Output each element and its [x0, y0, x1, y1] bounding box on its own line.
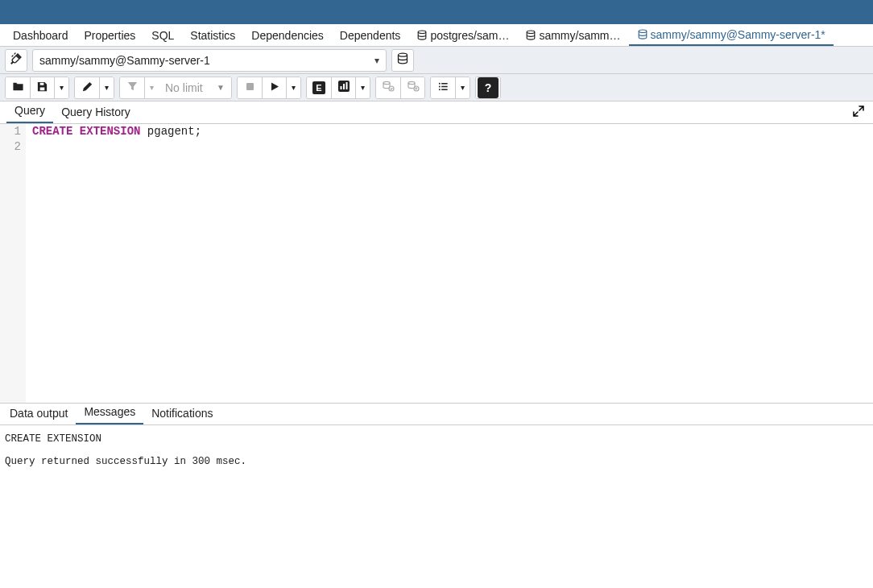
tab-label: Dependencies	[251, 29, 324, 42]
tab-dependencies[interactable]: Dependencies	[243, 26, 332, 45]
edit-button[interactable]	[75, 77, 99, 98]
limit-label: No limit	[165, 81, 203, 94]
main-nav: Dashboard Properties SQL Statistics Depe…	[0, 24, 873, 47]
plug-icon	[10, 52, 23, 68]
open-file-button[interactable]	[6, 77, 30, 98]
tab-query-tool-2[interactable]: sammy/samm…	[517, 26, 628, 45]
chevron-down-icon: ▾	[150, 83, 154, 92]
sql-editor[interactable]: 1 2 CREATE EXTENSION pgagent;	[0, 124, 873, 403]
tab-query-tool-1[interactable]: postgres/sam…	[408, 26, 517, 45]
svg-point-15	[438, 89, 440, 90]
analyze-icon	[337, 80, 350, 95]
macros-button[interactable]	[431, 77, 455, 98]
database-icon	[525, 30, 536, 41]
svg-rect-6	[340, 86, 341, 89]
svg-point-9	[383, 81, 390, 84]
tab-label: SQL	[151, 29, 174, 42]
new-connection-button[interactable]	[391, 49, 414, 72]
stop-button[interactable]	[238, 77, 262, 98]
tab-data-output[interactable]: Data output	[2, 404, 76, 424]
expand-button[interactable]	[852, 105, 865, 120]
tab-statistics[interactable]: Statistics	[182, 26, 243, 45]
commit-button[interactable]	[376, 77, 400, 98]
commit-icon	[382, 80, 395, 95]
database-icon	[637, 29, 648, 40]
tab-label: postgres/sam…	[430, 29, 509, 42]
tab-properties[interactable]: Properties	[77, 26, 144, 45]
limit-select[interactable]: No limit▼	[159, 77, 231, 98]
help-button[interactable]: ?	[476, 77, 500, 98]
svg-point-11	[408, 81, 415, 84]
expand-icon	[852, 107, 865, 120]
svg-point-1	[528, 31, 536, 34]
tab-label: Dependents	[340, 29, 401, 42]
chevron-down-icon: ▾	[105, 83, 109, 92]
svg-point-2	[639, 30, 647, 33]
svg-rect-16	[441, 83, 448, 85]
tab-query[interactable]: Query	[6, 101, 53, 123]
tab-query-tool-3[interactable]: sammy/sammy@Sammy-server-1*	[629, 25, 834, 46]
chevron-down-icon: ▼	[217, 83, 225, 92]
messages-panel: CREATE EXTENSION Query returned successf…	[0, 425, 873, 475]
save-file-button[interactable]	[30, 77, 54, 98]
title-bar	[0, 0, 873, 24]
edit-dropdown[interactable]: ▾	[99, 77, 114, 98]
connection-select[interactable]: sammy/sammy@Sammy-server-1 ▾	[32, 49, 387, 72]
save-file-dropdown[interactable]: ▾	[54, 77, 68, 98]
execute-button[interactable]	[262, 77, 286, 98]
help-icon: ?	[478, 77, 499, 98]
tab-label: Notifications	[151, 407, 213, 420]
tab-label: Dashboard	[13, 29, 68, 42]
line-number: 2	[0, 139, 21, 155]
chevron-down-icon: ▾	[461, 83, 465, 92]
line-number: 1	[0, 124, 21, 139]
database-icon	[416, 30, 428, 41]
svg-rect-18	[441, 89, 448, 90]
svg-rect-17	[441, 85, 448, 87]
tab-label: sammy/samm…	[539, 29, 620, 42]
svg-rect-8	[345, 82, 347, 89]
code-area[interactable]: CREATE EXTENSION pgagent;	[26, 124, 873, 403]
connection-label: sammy/sammy@Sammy-server-1	[39, 54, 210, 67]
stop-icon	[245, 81, 255, 94]
tab-messages[interactable]: Messages	[76, 402, 143, 424]
execute-dropdown[interactable]: ▾	[286, 77, 300, 98]
save-icon	[36, 81, 48, 95]
tab-query-history[interactable]: Query History	[53, 102, 139, 123]
explain-button[interactable]: E	[307, 77, 331, 98]
toolbar: ▾ ▾ ▾ No limit▼ ▾ E ▾ ▾ ?	[0, 74, 873, 101]
tab-dependents[interactable]: Dependents	[332, 26, 409, 45]
rollback-button[interactable]	[400, 77, 424, 98]
filter-button[interactable]	[120, 77, 144, 98]
sql-keyword: CREATE	[32, 125, 72, 138]
tab-label: Query	[14, 104, 45, 117]
filter-dropdown[interactable]: ▾	[144, 77, 159, 98]
explain-analyze-button[interactable]	[331, 77, 355, 98]
tab-dashboard[interactable]: Dashboard	[5, 26, 77, 45]
database-server-icon	[396, 52, 409, 68]
svg-rect-4	[246, 83, 254, 90]
editor-tabs: Query Query History	[0, 101, 873, 124]
filter-icon	[126, 81, 139, 95]
chevron-down-icon: ▾	[361, 83, 365, 92]
connection-row: sammy/sammy@Sammy-server-1 ▾	[0, 47, 873, 74]
svg-rect-7	[343, 84, 345, 89]
rollback-icon	[407, 80, 420, 95]
macros-dropdown[interactable]: ▾	[455, 77, 470, 98]
tab-label: sammy/sammy@Sammy-server-1*	[651, 28, 825, 41]
svg-point-0	[419, 31, 427, 34]
explain-icon: E	[312, 81, 325, 94]
sql-keyword: EXTENSION	[80, 125, 141, 138]
line-number-gutter: 1 2	[0, 124, 26, 403]
chevron-down-icon: ▾	[374, 55, 379, 66]
svg-point-3	[399, 53, 408, 56]
tab-sql[interactable]: SQL	[143, 26, 182, 45]
connection-status-button[interactable]	[5, 49, 27, 72]
explain-dropdown[interactable]: ▾	[355, 77, 370, 98]
chevron-down-icon: ▾	[60, 83, 64, 92]
tab-label: Statistics	[190, 29, 235, 42]
chevron-down-icon: ▾	[292, 83, 296, 92]
tab-notifications[interactable]: Notifications	[143, 404, 221, 424]
svg-point-14	[438, 85, 440, 87]
tab-label: Properties	[85, 29, 136, 42]
